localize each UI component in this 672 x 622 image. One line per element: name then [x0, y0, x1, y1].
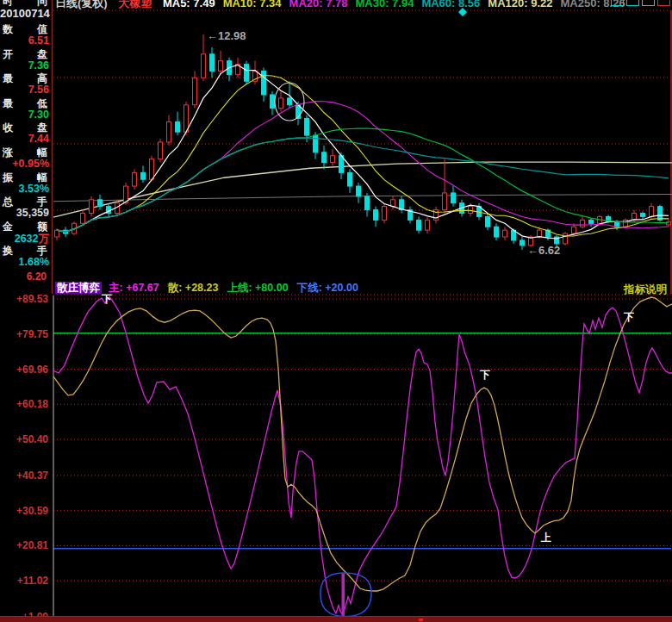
- y-axis-label: +30.59: [0, 505, 48, 517]
- y-axis-label: +89.53: [0, 293, 48, 305]
- svg-text:←12.98: ←12.98: [207, 29, 246, 42]
- chart-canvas[interactable]: ←12.98←6.62下下上下: [0, 0, 672, 622]
- y-axis-label: +50.40: [0, 433, 48, 445]
- y-axis-label: +69.96: [0, 364, 48, 376]
- signal-marker-up: 上: [540, 532, 551, 544]
- scrollbar-tick: [419, 619, 423, 621]
- hand-drawn-circle-annotation: [320, 573, 371, 617]
- y-axis-label: +79.75: [0, 328, 48, 340]
- app-window: 日线(复权) 大橡塑 MA5: 7.49MA10: 7.34MA20: 7.78…: [0, 0, 672, 622]
- highlighted-bar: [342, 574, 345, 616]
- bottom-scrollbar[interactable]: [0, 616, 672, 622]
- signal-marker-down: 下: [479, 369, 490, 381]
- diamond-marker: [458, 8, 467, 16]
- y-axis-label: +11.02: [0, 575, 48, 587]
- signal-marker-down: 下: [623, 311, 634, 323]
- signal-marker-down: 下: [101, 293, 112, 305]
- y-axis-label: +20.81: [0, 539, 48, 551]
- svg-text:←6.62: ←6.62: [527, 244, 560, 257]
- chart-area[interactable]: ←12.98←6.62下下上下: [0, 0, 672, 622]
- y-axis-label: +60.18: [0, 398, 48, 410]
- y-axis-label: +40.37: [0, 470, 48, 482]
